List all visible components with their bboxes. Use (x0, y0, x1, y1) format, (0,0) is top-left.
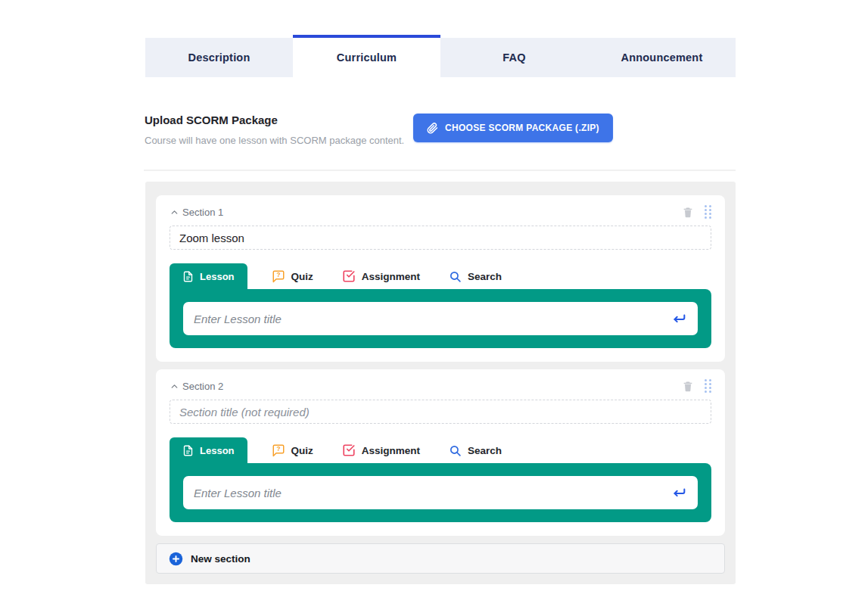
section-2-header: Section 2 (170, 378, 711, 394)
drag-handle-icon[interactable] (705, 205, 711, 219)
content-tab-lesson-label: Lesson (200, 271, 235, 282)
search-icon (449, 444, 462, 457)
collapse-chevron-icon[interactable] (170, 207, 179, 217)
content-tab-lesson[interactable]: Lesson (170, 437, 247, 463)
quiz-question-bubble-icon: ? (272, 443, 285, 457)
content-tab-lesson-label: Lesson (200, 445, 235, 456)
delete-section-icon[interactable] (682, 380, 694, 393)
content-tab-quiz[interactable]: ? Quiz (267, 263, 318, 289)
content-tab-assignment-label: Assignment (362, 445, 420, 456)
svg-text:?: ? (276, 272, 280, 278)
lesson-document-icon (182, 271, 194, 282)
plus-circle-icon (169, 552, 183, 566)
search-icon (449, 270, 462, 283)
lesson-title-input[interactable] (183, 476, 698, 509)
drag-handle-icon[interactable] (705, 379, 711, 393)
content-type-tabs: Lesson ? Quiz Assignment (170, 263, 711, 289)
content-tab-search-label: Search (468, 445, 502, 456)
content-tab-assignment[interactable]: Assignment (338, 263, 425, 289)
assignment-check-square-icon (342, 443, 356, 457)
course-tabbar: Description Curriculum FAQ Announcement (145, 38, 736, 77)
scorm-subtitle: Course will have one lesson with SCORM p… (145, 135, 404, 146)
curriculum-builder-panel: Section 1 Lesson (145, 182, 736, 584)
content-tab-assignment[interactable]: Assignment (338, 437, 425, 463)
lesson-title-input[interactable] (183, 302, 698, 335)
section-label: Section 1 (182, 207, 223, 218)
tab-description[interactable]: Description (145, 38, 293, 77)
assignment-check-square-icon (342, 269, 356, 283)
quiz-question-bubble-icon: ? (272, 269, 285, 283)
paperclip-icon (427, 123, 438, 134)
scorm-title: Upload SCORM Package (145, 114, 278, 126)
tab-faq[interactable]: FAQ (440, 38, 588, 77)
section-title-input[interactable] (170, 400, 711, 424)
section-card-2: Section 2 Lesson (156, 369, 725, 536)
section-label: Section 2 (182, 381, 223, 392)
choose-scorm-package-label: CHOOSE SCORM PACKAGE (.ZIP) (445, 123, 599, 133)
tab-announcement[interactable]: Announcement (588, 38, 736, 77)
content-tab-search-label: Search (468, 271, 502, 282)
new-section-label: New section (191, 553, 250, 565)
content-tab-search[interactable]: Search (444, 263, 506, 289)
lesson-entry-panel (170, 289, 711, 348)
delete-section-icon[interactable] (682, 206, 694, 219)
content-type-tabs: Lesson ? Quiz Assignment (170, 437, 711, 463)
content-tab-lesson[interactable]: Lesson (170, 263, 247, 289)
content-tab-quiz-label: Quiz (291, 271, 313, 282)
tab-curriculum[interactable]: Curriculum (293, 38, 440, 77)
section-divider (144, 170, 736, 171)
section-card-1: Section 1 Lesson (156, 195, 725, 362)
section-title-input[interactable] (170, 226, 711, 250)
content-tab-assignment-label: Assignment (362, 271, 420, 282)
content-tab-quiz[interactable]: ? Quiz (267, 437, 318, 463)
content-tab-quiz-label: Quiz (291, 445, 313, 456)
course-builder-page: Description Curriculum FAQ Announcement … (0, 0, 868, 616)
content-tab-search[interactable]: Search (444, 437, 506, 463)
svg-text:?: ? (276, 446, 280, 453)
lesson-entry-panel (170, 463, 711, 522)
enter-return-icon[interactable] (670, 310, 687, 327)
enter-return-icon[interactable] (670, 484, 687, 501)
choose-scorm-package-button[interactable]: CHOOSE SCORM PACKAGE (.ZIP) (413, 114, 613, 142)
collapse-chevron-icon[interactable] (170, 381, 179, 391)
lesson-document-icon (182, 445, 194, 456)
section-1-header: Section 1 (170, 204, 711, 219)
new-section-button[interactable]: New section (156, 543, 725, 574)
